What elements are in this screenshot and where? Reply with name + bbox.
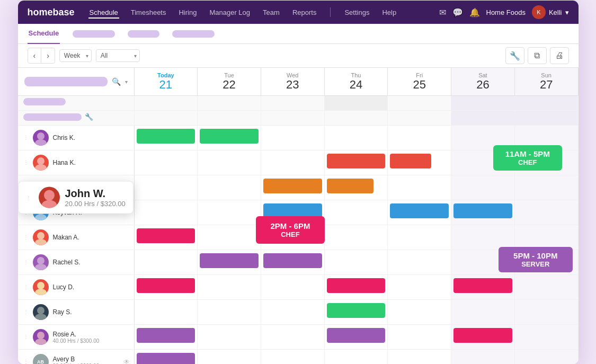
shift-bar[interactable] (327, 179, 374, 193)
shift-bar[interactable] (453, 203, 512, 218)
shift-bar[interactable] (327, 328, 386, 343)
shift-bar[interactable] (137, 328, 195, 343)
sub-tab-pill-2[interactable] (128, 30, 159, 38)
empty-cell[interactable] (325, 350, 388, 364)
empty-cell[interactable] (388, 225, 451, 250)
empty-cell-sun[interactable] (515, 225, 579, 250)
chat-icon[interactable]: 💬 (452, 7, 463, 17)
sub-tab-pill-1[interactable] (73, 30, 115, 38)
shift-cell[interactable] (135, 126, 198, 150)
shift-cell-thu-john[interactable] (325, 175, 388, 200)
empty-cell[interactable] (325, 126, 388, 150)
visibility-icon[interactable]: 👁 (123, 358, 130, 364)
shift-cell-sat-keyvan[interactable] (451, 200, 515, 225)
empty-cell-sat[interactable] (451, 175, 515, 200)
empty-cell-sun[interactable] (515, 175, 579, 200)
shift-cell-mon-lucy[interactable] (135, 275, 198, 299)
shift-cell-mon-rosie[interactable] (135, 325, 198, 349)
shift-bar[interactable] (200, 253, 259, 268)
shift-cell-wed-keyvan[interactable]: 2PM - 6PM CHEF (261, 200, 325, 225)
empty-cell[interactable] (388, 275, 451, 299)
empty-cell-sun[interactable] (515, 200, 579, 225)
empty-cell[interactable] (198, 325, 261, 349)
empty-cell[interactable] (198, 225, 261, 250)
shift-cell-wed-john[interactable] (261, 175, 325, 200)
empty-cell-sat[interactable] (451, 300, 515, 324)
nav-reports[interactable]: Reports (291, 6, 318, 19)
empty-cell[interactable] (198, 275, 261, 299)
nav-hiring[interactable]: Hiring (177, 6, 198, 19)
location-selector[interactable]: Home Foods (486, 8, 526, 16)
shift-bar[interactable] (327, 303, 386, 318)
shift-cell-mon-avery[interactable] (135, 350, 198, 364)
drag-handle[interactable]: ⋮ (23, 359, 29, 364)
shift-bar[interactable] (390, 154, 431, 168)
shift-bar[interactable] (327, 154, 386, 168)
nav-help[interactable]: Help (381, 6, 397, 19)
filter-select[interactable]: All Published (96, 49, 140, 62)
next-week-button[interactable]: › (41, 49, 55, 62)
nav-settings[interactable]: Settings (343, 6, 370, 19)
email-icon[interactable]: ✉ (439, 7, 446, 17)
sub-tab-pill-3[interactable] (172, 30, 215, 38)
shift-bar[interactable] (137, 228, 195, 243)
prev-week-button[interactable]: ‹ (28, 49, 41, 62)
empty-cell[interactable] (261, 150, 325, 175)
empty-cell[interactable] (198, 150, 261, 175)
empty-cell-sat[interactable] (451, 225, 515, 250)
empty-cell[interactable] (261, 126, 325, 150)
empty-cell[interactable] (135, 175, 198, 200)
empty-cell[interactable] (388, 300, 451, 324)
empty-cell[interactable] (388, 126, 451, 150)
drag-handle[interactable]: ⋮ (23, 135, 29, 140)
shift-cell-fri[interactable] (388, 150, 451, 175)
nav-manager-log[interactable]: Manager Log (208, 6, 251, 19)
empty-cell[interactable] (135, 150, 198, 175)
shift-bar[interactable] (137, 353, 195, 364)
search-icon[interactable]: 🔍 (112, 77, 121, 86)
shift-cell-mon-makan[interactable] (135, 225, 198, 250)
empty-cell[interactable] (135, 300, 198, 324)
empty-cell[interactable] (261, 325, 325, 349)
empty-cell[interactable] (198, 175, 261, 200)
shift-cell-sat-hana[interactable]: 11AM - 5PM CHEF (451, 150, 515, 175)
empty-cell[interactable] (325, 250, 388, 274)
shift-cell-tue-rachel[interactable] (198, 250, 261, 274)
empty-cell-sun[interactable] (515, 350, 579, 364)
empty-cell-fri[interactable] (388, 175, 451, 200)
filter-dropdown-icon[interactable]: ▾ (125, 79, 128, 85)
empty-cell[interactable] (198, 350, 261, 364)
nav-team[interactable]: Team (262, 6, 281, 19)
shift-bar[interactable] (200, 129, 259, 144)
shift-bar[interactable] (453, 328, 512, 343)
shift-cell-wed-rachel[interactable] (261, 250, 325, 274)
empty-cell[interactable] (261, 350, 325, 364)
view-select[interactable]: Week Day (59, 49, 92, 62)
drag-handle[interactable]: ⋮ (23, 285, 29, 290)
empty-cell[interactable] (388, 250, 451, 274)
shift-bar[interactable] (263, 253, 322, 268)
copy-icon-button[interactable]: ⧉ (528, 47, 547, 64)
section-wrench-icon[interactable]: 🔧 (85, 113, 93, 121)
settings-icon-button[interactable]: 🔧 (505, 47, 524, 64)
shift-cell-sat-rachel[interactable]: 5PM - 10PM SERVER (451, 250, 515, 274)
empty-cell-sun[interactable] (515, 300, 579, 324)
shift-bar[interactable] (137, 129, 195, 144)
empty-cell[interactable] (261, 300, 325, 324)
empty-cell[interactable] (198, 300, 261, 324)
empty-cell[interactable] (325, 225, 388, 250)
shift-cell-thu-ray[interactable] (325, 300, 388, 324)
shift-bar[interactable] (137, 278, 195, 293)
drag-handle[interactable]: ⋮ (23, 334, 29, 340)
empty-cell[interactable] (325, 200, 388, 225)
empty-cell[interactable] (198, 200, 261, 225)
shift-cell-thu-lucy[interactable] (325, 275, 388, 299)
shift-bar[interactable] (263, 179, 322, 193)
shift-cell-tue[interactable] (198, 126, 261, 150)
empty-cell[interactable] (388, 325, 451, 349)
shift-cell-thu[interactable] (325, 150, 388, 175)
drag-handle[interactable]: ⋮ (23, 160, 29, 165)
shift-cell-fri-keyvan[interactable] (388, 200, 451, 225)
print-icon-button[interactable]: 🖨 (550, 47, 569, 64)
shift-cell-thu-rosie[interactable] (325, 325, 388, 349)
